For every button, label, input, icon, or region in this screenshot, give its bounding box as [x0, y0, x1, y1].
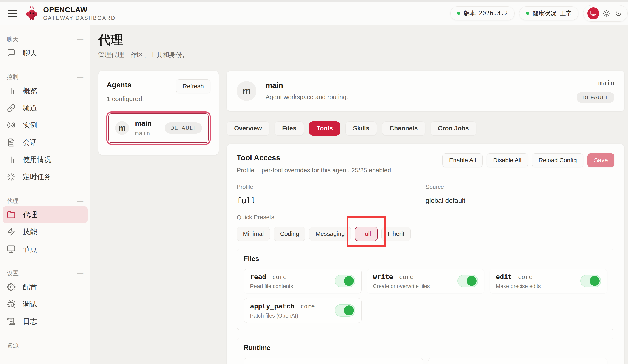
tool-access-head-text: Tool Access Profile + per-tool overrides… — [237, 153, 393, 174]
sidebar-item-overview[interactable]: 概览 — [0, 82, 90, 99]
sidebar-item-agents[interactable]: 代理 — [2, 206, 88, 223]
section-collapse-icon[interactable]: — — [77, 36, 83, 42]
preset-coding-button[interactable]: Coding — [274, 227, 305, 241]
toggle-knob — [590, 276, 600, 286]
avatar: m — [237, 81, 256, 101]
agent-list-item-main[interactable]: m main main DEFAULT — [108, 113, 209, 143]
content-columns: Agents Refresh 1 configured. m main main… — [98, 70, 625, 364]
tool-card-write: writecoreCreate or overwrite files — [367, 269, 484, 294]
preset-full-button[interactable]: Full — [355, 227, 378, 241]
gear-icon — [7, 283, 15, 291]
section-collapse-icon[interactable]: — — [77, 270, 83, 276]
bar-chart-icon — [7, 86, 15, 95]
tool-name: write — [373, 273, 393, 281]
sidebar-item-label: 频道 — [23, 103, 37, 113]
section-label-text: 资源 — [7, 342, 18, 349]
sidebar-item-label: 聊天 — [23, 48, 37, 58]
preset-inherit-button[interactable]: Inherit — [381, 227, 411, 241]
app-root: OPENCLAW GATEWAY DASHBOARD 版本 2026.3.2 健… — [0, 0, 628, 364]
save-button[interactable]: Save — [587, 153, 615, 167]
tab-files[interactable]: Files — [275, 121, 304, 135]
sidebar-item-label: 节点 — [23, 244, 37, 254]
sidebar-section-resources: 资源 — [0, 340, 90, 351]
sidebar-item-label: 定时任务 — [23, 172, 51, 182]
sidebar-item-channels[interactable]: 频道 — [0, 99, 90, 117]
sidebar-section-label-control: 控制— — [0, 72, 90, 82]
tool-write-toggle[interactable] — [458, 275, 478, 287]
source-label: Source — [426, 184, 615, 190]
section-label-text: 控制 — [7, 73, 18, 81]
sidebar-section-control: 控制—概览频道实例会话使用情况定时任务 — [0, 72, 90, 185]
scroll-icon — [7, 317, 15, 326]
tool-type: core — [272, 363, 287, 364]
tab-skills[interactable]: Skills — [345, 121, 377, 135]
window-top-strip — [0, 0, 628, 2]
tool-card-edit: editcoreMake precise edits — [489, 269, 607, 294]
sidebar-item-cron[interactable]: 定时任务 — [0, 168, 90, 185]
tool-type: core — [399, 273, 413, 281]
agent-description: Agent workspace and routing. — [266, 94, 348, 101]
sidebar-item-label: 实例 — [23, 121, 37, 130]
tool-type: core — [272, 273, 287, 281]
tool-apply_patch-toggle[interactable] — [335, 304, 355, 317]
reload-config-button[interactable]: Reload Config — [532, 153, 583, 167]
health-label: 健康状况 — [532, 9, 556, 17]
agent-header-text: main Agent workspace and routing. — [266, 81, 348, 101]
sidebar-item-usage[interactable]: 使用情况 — [0, 151, 90, 168]
theme-dark-button[interactable] — [614, 8, 624, 18]
agent-id: main — [598, 79, 615, 87]
agent-header-right: main DEFAULT — [576, 79, 615, 103]
agents-card-title: Agents — [107, 81, 131, 89]
agents-list-card: Agents Refresh 1 configured. m main main… — [98, 70, 219, 155]
theme-light-button[interactable] — [602, 8, 611, 18]
agent-item-text: main main — [135, 120, 152, 137]
sidebar-item-debug[interactable]: 调试 — [0, 296, 90, 313]
agents-card-head: Agents Refresh — [107, 79, 210, 93]
sidebar-item-sessions[interactable]: 会话 — [0, 134, 90, 151]
default-badge: DEFAULT — [576, 92, 615, 103]
section-collapse-icon[interactable]: — — [77, 198, 83, 204]
profile-block: Profile full — [237, 184, 426, 205]
tool-read-toggle[interactable] — [335, 275, 355, 287]
agent-detail-column: m main Agent workspace and routing. main… — [227, 70, 625, 364]
profile-label: Profile — [237, 184, 426, 190]
preset-minimal-button[interactable]: Minimal — [237, 227, 270, 241]
tool-group-title: Runtime — [244, 344, 607, 352]
sun-icon — [603, 10, 610, 17]
quick-presets-row: MinimalCodingMessagingFullInherit — [237, 227, 615, 241]
section-collapse-icon[interactable]: — — [77, 74, 83, 80]
app-header: OPENCLAW GATEWAY DASHBOARD 版本 2026.3.2 健… — [0, 2, 628, 25]
tab-tools[interactable]: Tools — [309, 121, 340, 135]
tab-overview[interactable]: Overview — [227, 121, 269, 135]
tool-name: apply_patch — [250, 302, 294, 310]
theme-toggle — [583, 5, 628, 21]
sidebar-item-config[interactable]: 配置 — [0, 278, 90, 296]
page-subtitle: 管理代理工作区、工具和身份。 — [98, 51, 625, 59]
tool-card-process: processcoreManage background processes — [428, 358, 607, 364]
refresh-button[interactable]: Refresh — [176, 79, 210, 93]
sidebar-item-chat[interactable]: 聊天 — [0, 44, 90, 61]
tool-name: exec — [250, 362, 266, 364]
disable-all-button[interactable]: Disable All — [486, 153, 528, 167]
health-value: 正常 — [560, 9, 572, 17]
menu-hamburger-button[interactable] — [8, 10, 17, 17]
tool-type: core — [518, 273, 532, 281]
sidebar-item-skills[interactable]: 技能 — [0, 223, 90, 241]
sidebar-item-nodes[interactable]: 节点 — [0, 241, 90, 258]
enable-all-button[interactable]: Enable All — [442, 153, 483, 167]
monitor-icon — [7, 245, 15, 253]
tab-cron-jobs[interactable]: Cron Jobs — [431, 121, 476, 135]
tab-channels[interactable]: Channels — [382, 121, 425, 135]
page-title: 代理 — [98, 33, 625, 47]
section-label-text: 代理 — [7, 197, 18, 205]
tool-edit-toggle[interactable] — [580, 275, 601, 287]
sidebar-item-label: 调试 — [23, 300, 37, 309]
tool-description: Read file contents — [250, 283, 293, 289]
tool-card-apply_patch: apply_patchcorePatch files (OpenAI) — [244, 298, 362, 323]
theme-system-button[interactable] — [587, 7, 599, 19]
preset-messaging-button[interactable]: Messaging — [309, 227, 351, 241]
tool-group-title: Files — [244, 255, 607, 263]
sidebar-item-logs[interactable]: 日志 — [0, 313, 90, 330]
tool-card-text: editcoreMake precise edits — [496, 273, 541, 289]
sidebar-item-instances[interactable]: 实例 — [0, 117, 90, 134]
